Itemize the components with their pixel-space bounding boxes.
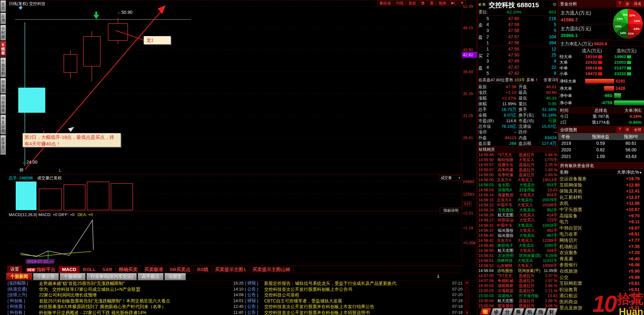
news-title[interactable]: 科创板半日交易概述：22家公司下跌 福光股份跌逾14% (39, 310, 231, 315)
scroll-down-icon[interactable]: ⇓ (436, 274, 440, 279)
strategy-note[interactable]: 第2日，大幅低开-18点，最低点是买点，持 有4天可赚40点！ (23, 133, 121, 147)
help-button[interactable]: ? (617, 127, 623, 133)
tab-indicator-platform[interactable]: NEW指标平台 (23, 266, 59, 273)
ticker-row[interactable]: 14:56:03 深南电A 封涨停板 13.43 (477, 187, 558, 193)
detail-button[interactable]: 详 (624, 127, 631, 133)
news-row[interactable]: [ 科创板 ] 科创板半日交易概述：22家公司下跌 福光股份跌逾14% 11:4… (6, 310, 477, 315)
ticker-row[interactable]: 14:56:22 中国中车 大笔买入 20198手 (477, 203, 558, 208)
ticker-row[interactable]: 14:56:15 京东方A 大笔卖出 20079手 (477, 198, 558, 203)
quote-tab[interactable]: 诊 (490, 308, 502, 315)
scroll-up-icon[interactable]: ▲ (465, 280, 469, 284)
volume-indicator-dropdown[interactable]: 成交量 ▼ (439, 175, 462, 181)
sidebar-item[interactable]: 应用 (0, 13, 6, 24)
sector-row[interactable]: 网络切片 +7.77 (558, 237, 644, 244)
sector-row[interactable]: 高端装备 +9.70 (558, 213, 644, 219)
sidebar-item[interactable]: 个股资料 (0, 57, 6, 77)
news-tab[interactable]: 个股新闻 (6, 273, 32, 280)
news-tab[interactable]: 高手观点 (138, 273, 164, 280)
indicator-help-button[interactable]: 指标说明 (440, 208, 462, 214)
ticker-row[interactable]: 14:56:54 吉电股份 区间放量(平) 11.05倍 (477, 268, 558, 273)
indicator-tab[interactable]: BOLL (80, 266, 99, 273)
ticker-row[interactable]: 14:56:14 海量数据 大笔买入 804手 (477, 193, 558, 198)
toolbar-button[interactable]: 均线 (394, 0, 406, 6)
volume-canvas[interactable] (6, 174, 462, 211)
news-tab[interactable]: 行业资讯[非汽车交运] (86, 273, 137, 280)
news-title[interactable]: 交控科技公司章程 (264, 292, 450, 298)
news-title[interactable]: 22家公司利润同比增长或预增 (39, 292, 231, 298)
ticker-row[interactable]: 15:00:04 航天宏图 急速拉升 1.88 % (477, 298, 558, 303)
sector-row[interactable]: 农机 +11.86 (558, 200, 644, 207)
ticker-row[interactable]: 14:56:51 华映科技 大笔卖出 11311手 (477, 258, 558, 263)
indicator-tab[interactable]: SAR (99, 266, 116, 273)
ticker-row[interactable]: 14:56:27 祥和实业 大笔买入 723手 (477, 218, 558, 223)
bid-row[interactable]: 4 47.47 22 (484, 64, 558, 70)
ticker-row[interactable]: 14:56:48 奥联电子 大笔卖出 1000手 (477, 243, 558, 248)
toolbar-button[interactable]: 预测 (436, 0, 448, 6)
sidebar-item[interactable]: 首页 (0, 0, 6, 12)
toolbar-button[interactable]: ▶| (449, 0, 457, 6)
bid-row[interactable]: 2 47.50 25 (484, 52, 558, 58)
toolbar-button[interactable]: 复权 (406, 0, 418, 6)
bid-row[interactable]: 3 47.49 4 (484, 58, 558, 64)
ticker-row[interactable]: 14:56:52 山东钢铁 大笔买入 10000手 (477, 263, 558, 268)
quote-tab[interactable]: 指 (535, 308, 547, 315)
ticker-row[interactable]: 14:56:50 航天宏图 大笔买入 534手 (477, 248, 558, 253)
news-tab[interactable]: 个股公告 (33, 273, 59, 280)
news-row[interactable]: [涨跌幅限.] 走势越来越“稳”首批25股告别“无涨跌幅限制” 15:25 [ … (6, 280, 477, 286)
ticker-row[interactable]: 14:56:51 太龙照明 区间放量(跌) 6.25倍 (477, 253, 558, 258)
macd-canvas[interactable] (6, 212, 462, 265)
sector-row[interactable]: 公交 +5.89 (558, 274, 644, 281)
quote-tab[interactable]: 细 (479, 308, 491, 315)
sector-row[interactable]: 化工新材料 +12.27 (558, 194, 644, 201)
toolbar-button[interactable]: 删自选 (377, 0, 393, 6)
ticker-row[interactable]: 15:00:03 深南电A 打开涨停板 13.43 (477, 293, 558, 298)
ranking-button[interactable]: 排名 (632, 1, 643, 7)
ask-row[interactable]: 4 47.59 5 (484, 22, 558, 28)
ask-row[interactable]: 1 47.56 394 (484, 40, 558, 46)
toolbar-button[interactable]: 叠 (419, 0, 427, 6)
bid-row[interactable]: 5 47.42 8 (484, 70, 558, 76)
toolbar-button[interactable]: 窗 (428, 0, 436, 6)
ask-row[interactable]: 2 47.57 104 (484, 34, 558, 40)
news-row[interactable]: [ 科创板 ] 首批25只科创板股票将告别“无涨跌幅限制”！本周交易呈现六大看点… (6, 298, 477, 304)
indicator-tab[interactable]: BS线 (194, 266, 212, 273)
toolbar-button[interactable]: ▼ (458, 0, 466, 6)
sidebar-item[interactable]: 分时图 (0, 25, 6, 41)
ranking-row[interactable]: 今日 第 787名 4.16% (558, 113, 644, 119)
indicator-tab[interactable]: 买卖极准 (141, 266, 167, 273)
scroll-down-icon[interactable]: ▼ (465, 311, 469, 314)
news-tab[interactable]: 论股堂 (164, 273, 186, 280)
quote-tab[interactable]: 分 (501, 308, 514, 315)
ticker-row[interactable]: 14:56:40 福光股份 大笔卖出 467手 (477, 233, 558, 238)
sector-row[interactable]: 交运设备服务 +19.79 (558, 176, 644, 182)
ticker-row[interactable]: 14:56:42 京东方A 大笔买入 12289手 (477, 238, 558, 243)
ticker-row[interactable]: 14:56:26 航天宏图 大笔买入 414手 (477, 213, 558, 218)
view-detail-link[interactable]: 查看详细 (543, 78, 560, 82)
indicator-tab[interactable]: 买卖提示主图1 (212, 266, 249, 273)
settings-button[interactable]: 设置 (8, 266, 22, 273)
indicator-tab[interactable]: MACD (59, 266, 80, 273)
ticker-row[interactable]: 14:55:57 绿康生化 急速拉升 2.25 % (477, 162, 558, 167)
news-title[interactable]: 交控科技首次公开发行股票并在科创板上市招股说明书 (264, 310, 450, 315)
dragon-annotation[interactable]: 龙1 (144, 36, 171, 44)
ticker-row[interactable]: 14:55:57 高争民爆 急速拉升 1.93 % (477, 167, 558, 172)
sector-row[interactable]: 机场航运 +7.35 (558, 244, 644, 250)
quote-tab[interactable]: 筹 (513, 308, 525, 315)
ticker-row[interactable]: 14:57:04 奇精机械 急速拉升 1.97 % (477, 278, 558, 283)
sidebar-item[interactable]: 自选股 (0, 78, 6, 94)
news-title[interactable]: 科技股暴涨6大终极原因找到了 拥抱新核心资产时代到来（名单） (39, 304, 231, 310)
ticker-row[interactable]: 14:56:03 金太阳 大笔卖出 553手 (477, 182, 558, 187)
news-title[interactable]: 交控科技首次公开发行股票并在科创板上市发行结果公告 (264, 304, 450, 310)
news-row[interactable]: [ 科技股 ] 科技股暴涨6大终极原因找到了 拥抱新核心资产时代到来（名单） 1… (6, 304, 477, 310)
ticker-row[interactable]: 14:56:00 高争民爆 急速拉升 1.83 % (477, 172, 558, 177)
sector-row[interactable]: 参股银行 +6.08 (558, 262, 644, 268)
sector-row[interactable]: 电力改革 +8.61 (558, 231, 644, 237)
indicator-tab[interactable]: SB买卖点 (167, 266, 194, 273)
indicator-tab[interactable]: 精确买卖 (116, 266, 141, 273)
news-title[interactable]: 走势越来越“稳”首批25股告别“无涨跌幅限制” (39, 280, 231, 286)
news-title[interactable]: CBTC自主可控领军者，受益城轨大发展 (264, 298, 450, 304)
indicator-tab[interactable]: 买卖提示主图山林 (249, 266, 294, 273)
diagnose-button[interactable]: 诊 (624, 1, 631, 7)
ticker-row[interactable]: 14:57:00 *ST尤夫 急速拉升 2.07 % (477, 273, 558, 278)
ticker-row[interactable]: 14:56:31 中国中车 大笔卖出 10418手 (477, 223, 558, 228)
